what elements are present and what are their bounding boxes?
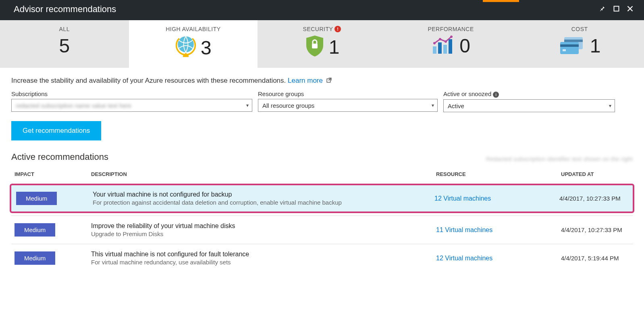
tab-count: 0 bbox=[459, 35, 470, 57]
alert-icon: ! bbox=[334, 26, 341, 32]
active-recommendations-heading: Active recommendations bbox=[11, 152, 486, 162]
svg-rect-0 bbox=[614, 6, 619, 11]
subscription-id-text: Redacted subscription identifier text sh… bbox=[486, 155, 633, 162]
resource-link[interactable]: 12 Virtual machines bbox=[434, 195, 491, 202]
status-select[interactable]: Active ▾ bbox=[443, 99, 615, 112]
svg-rect-8 bbox=[438, 42, 442, 54]
info-icon[interactable]: i bbox=[493, 92, 499, 98]
svg-rect-16 bbox=[564, 40, 583, 42]
chevron-down-icon: ▾ bbox=[246, 103, 249, 108]
svg-point-3 bbox=[178, 36, 194, 52]
row-subtitle: For virtual machine redundancy, use avai… bbox=[91, 259, 436, 266]
category-tabs: ALL 5 HIGH AVAILABILITY 3 SECURITY! bbox=[0, 20, 644, 68]
row-subtitle: Upgrade to Premium Disks bbox=[91, 230, 436, 237]
close-icon[interactable] bbox=[623, 5, 637, 14]
maximize-icon[interactable] bbox=[609, 5, 623, 14]
tab-label: COST bbox=[515, 26, 644, 32]
shield-icon bbox=[305, 35, 325, 59]
resource-link[interactable]: 12 Virtual machines bbox=[436, 255, 492, 262]
subscriptions-label: Subscriptions bbox=[11, 90, 252, 97]
svg-point-11 bbox=[433, 42, 436, 44]
row-title: This virtual machine is not configured f… bbox=[91, 251, 436, 258]
resource-groups-select[interactable]: All resource groups ▾ bbox=[258, 99, 438, 112]
svg-point-13 bbox=[445, 40, 447, 43]
tab-count: 1 bbox=[590, 35, 601, 57]
row-subtitle: For protection against accidental data d… bbox=[93, 199, 434, 206]
table-row[interactable]: MediumThis virtual machine is not config… bbox=[11, 244, 633, 272]
subscriptions-select[interactable]: redacted subscription name value text he… bbox=[11, 99, 252, 112]
svg-rect-5 bbox=[185, 53, 187, 56]
impact-badge: Medium bbox=[16, 192, 57, 205]
col-description: DESCRIPTION bbox=[91, 171, 436, 177]
page-title: Advisor recommendations bbox=[14, 4, 596, 15]
tab-count: 3 bbox=[201, 37, 212, 59]
col-resource: RESOURCE bbox=[436, 171, 561, 177]
status-label: Active or snoozedi bbox=[443, 90, 615, 98]
svg-point-12 bbox=[439, 38, 441, 40]
col-updated: UPDATED AT bbox=[561, 171, 629, 177]
row-title: Your virtual machine is not configured f… bbox=[93, 191, 434, 198]
tab-performance[interactable]: PERFORMANCE 0 bbox=[386, 20, 515, 68]
svg-rect-19 bbox=[563, 49, 566, 51]
tab-label: HIGH AVAILABILITY bbox=[129, 26, 258, 32]
learn-more-link[interactable]: Learn more bbox=[288, 77, 323, 84]
title-bar: Advisor recommendations bbox=[0, 0, 644, 20]
tab-security[interactable]: SECURITY! 1 bbox=[258, 20, 386, 68]
get-recommendations-button[interactable]: Get recommendations bbox=[11, 121, 101, 140]
resource-groups-label: Resource groups bbox=[258, 90, 438, 97]
external-link-icon bbox=[326, 78, 332, 84]
tab-all[interactable]: ALL 5 bbox=[0, 20, 129, 68]
updated-at: 4/4/2017, 5:19:44 PM bbox=[561, 255, 629, 262]
tab-high-availability[interactable]: HIGH AVAILABILITY 3 bbox=[129, 20, 258, 68]
tab-count: 1 bbox=[329, 36, 340, 58]
tab-cost[interactable]: COST 1 bbox=[515, 20, 644, 68]
pin-icon[interactable] bbox=[596, 5, 609, 14]
intro-text: Increase the stability and availability … bbox=[11, 77, 633, 85]
tab-label: PERFORMANCE bbox=[386, 26, 515, 32]
svg-rect-10 bbox=[449, 39, 452, 54]
table-header: IMPACT DESCRIPTION RESOURCE UPDATED AT bbox=[11, 167, 633, 181]
chart-icon bbox=[431, 35, 455, 57]
impact-badge: Medium bbox=[15, 251, 55, 265]
chevron-down-icon: ▾ bbox=[609, 103, 611, 109]
globe-icon bbox=[175, 35, 197, 61]
col-impact: IMPACT bbox=[15, 171, 91, 177]
row-title: Improve the reliability of your virtual … bbox=[91, 222, 436, 230]
credit-card-icon bbox=[559, 36, 586, 57]
svg-rect-9 bbox=[443, 45, 447, 54]
svg-rect-6 bbox=[312, 44, 318, 48]
table-row[interactable]: MediumYour virtual machine is not config… bbox=[10, 184, 634, 213]
tab-label: SECURITY! bbox=[258, 26, 386, 32]
svg-rect-17 bbox=[560, 42, 579, 54]
recommendations-table: IMPACT DESCRIPTION RESOURCE UPDATED AT M… bbox=[11, 167, 633, 272]
resource-link[interactable]: 11 Virtual machines bbox=[436, 226, 492, 233]
svg-point-14 bbox=[450, 36, 453, 38]
table-row[interactable]: MediumImprove the reliability of your vi… bbox=[11, 216, 633, 244]
tab-count: 5 bbox=[59, 35, 70, 57]
svg-rect-18 bbox=[560, 44, 579, 47]
updated-at: 4/4/2017, 10:27:33 PM bbox=[561, 226, 629, 233]
svg-rect-7 bbox=[433, 46, 436, 54]
tab-label: ALL bbox=[0, 26, 129, 32]
chevron-down-icon: ▾ bbox=[432, 103, 434, 108]
updated-at: 4/4/2017, 10:27:33 PM bbox=[559, 195, 628, 202]
impact-badge: Medium bbox=[15, 223, 55, 237]
